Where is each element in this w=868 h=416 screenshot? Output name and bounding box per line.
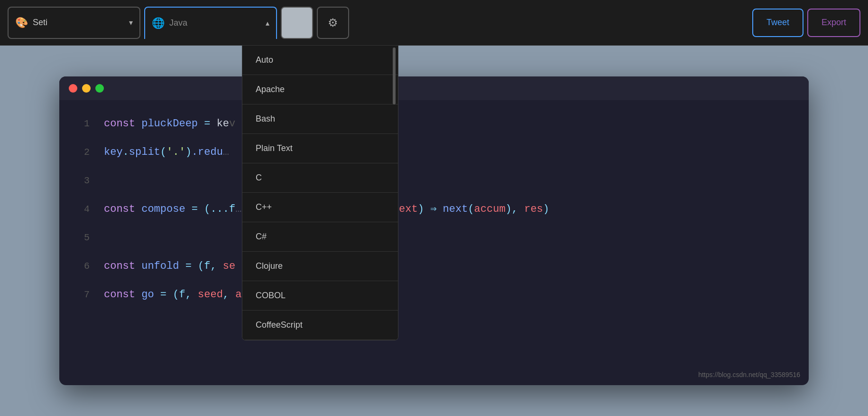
chevron-down-icon: ▾ <box>129 18 133 27</box>
export-button[interactable]: Export <box>807 9 860 37</box>
dropdown-item-plaintext[interactable]: Plain Text <box>242 134 398 163</box>
line-number: 1 <box>71 110 90 138</box>
code-window: 1 const pluckDeep = kev 2 key.split('.')… <box>59 76 809 385</box>
dropdown-item-csharp[interactable]: C# <box>242 222 398 252</box>
minimize-dot[interactable] <box>82 84 91 93</box>
dropdown-item-cpp[interactable]: C++ <box>242 193 398 222</box>
main-area: 1 const pluckDeep = kev 2 key.split('.')… <box>0 46 868 416</box>
settings-button[interactable]: ⚙ <box>317 7 349 39</box>
line-number: 6 <box>71 252 90 281</box>
language-label: Java <box>169 18 261 28</box>
chevron-up-icon: ▴ <box>266 19 269 28</box>
dropdown-item-bash[interactable]: Bash <box>242 104 398 134</box>
theme-selector[interactable]: 🎨 Seti ▾ <box>8 7 140 39</box>
theme-label: Seti <box>33 18 124 28</box>
code-body: 1 const pluckDeep = kev 2 key.split('.')… <box>59 100 809 319</box>
dropdown-item-auto[interactable]: Auto <box>242 46 398 75</box>
close-dot[interactable] <box>69 84 77 93</box>
maximize-dot[interactable] <box>95 84 104 93</box>
dropdown-item-c[interactable]: C <box>242 163 398 193</box>
line-number: 2 <box>71 138 90 167</box>
code-line: 2 key.split('.').redu…cum[key], obj) <box>59 138 809 167</box>
language-dropdown: Auto Apache Bash Plain Text C C++ C# Clo… <box>242 46 398 340</box>
gear-icon: ⚙ <box>328 16 338 29</box>
tweet-button[interactable]: Tweet <box>752 9 803 37</box>
language-selector[interactable]: 🌐 Java ▴ <box>144 7 277 39</box>
code-line: 1 const pluckDeep = kev <box>59 110 809 138</box>
code-line: 5 <box>59 224 809 252</box>
code-line: 3 <box>59 167 809 195</box>
window-titlebar <box>59 76 809 100</box>
watermark: https://blog.csdn.net/qq_33589516 <box>698 371 800 378</box>
code-line: 6 const unfold = (f, se <box>59 252 809 281</box>
color-preview-button[interactable] <box>281 7 313 39</box>
palette-icon: 🎨 <box>15 17 28 29</box>
line-number: 3 <box>71 167 90 195</box>
dropdown-scrollbar[interactable] <box>392 46 396 340</box>
dropdown-item-clojure[interactable]: Clojure <box>242 252 398 281</box>
line-number: 7 <box>71 281 90 309</box>
line-number: 4 <box>71 195 90 224</box>
globe-icon: 🌐 <box>152 17 165 29</box>
scrollbar-thumb[interactable] <box>393 47 396 104</box>
code-line: 4 const compose = (...f…uce((accum, next… <box>59 195 809 224</box>
dropdown-item-cobol[interactable]: COBOL <box>242 281 398 311</box>
toolbar: 🎨 Seti ▾ 🌐 Java ▴ ⚙ Tweet Export <box>0 0 868 46</box>
line-number: 5 <box>71 224 90 252</box>
dropdown-item-apache[interactable]: Apache <box>242 75 398 104</box>
code-line: 7 const go = (f, seed, acc) ⇒ { <box>59 281 809 309</box>
dropdown-item-coffeescript[interactable]: CoffeeScript <box>242 311 398 340</box>
